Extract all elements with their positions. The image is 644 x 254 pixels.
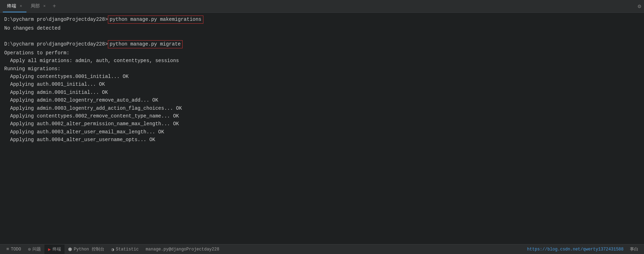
- status-terminal[interactable]: ▶ 终端: [44, 244, 65, 254]
- tab-add-button[interactable]: +: [50, 3, 59, 10]
- output-line: Applying auth.0001_initial... OK: [4, 80, 640, 88]
- tab-terminal[interactable]: 终端 ✕: [3, 0, 26, 12]
- tab-local[interactable]: 局部 ✕: [26, 0, 50, 12]
- output-line: Running migrations:: [4, 65, 640, 73]
- output-line: Operations to perform:: [4, 49, 640, 57]
- prompt-text: D:\pycharm pro\djangoProjectday228>: [4, 40, 108, 48]
- output-line: Applying auth.0003_alter_user_email_max_…: [4, 128, 640, 136]
- python-console-label: Python 控制台: [74, 246, 104, 252]
- output-line: Applying admin.0003_logentry_add_action_…: [4, 104, 640, 112]
- status-right-text: 事白: [627, 246, 641, 252]
- problems-label: 问题: [32, 246, 41, 252]
- status-python-console[interactable]: ⬢ Python 控制台: [65, 244, 108, 254]
- status-todo[interactable]: ≡ TODO: [3, 244, 25, 254]
- status-statistic[interactable]: ◑ Statistic: [108, 244, 142, 254]
- status-url[interactable]: https://blog.csdn.net/qwerty1372431588: [523, 247, 627, 252]
- command-text: python manage.py migrate: [108, 40, 183, 48]
- tab-terminal-close[interactable]: ✕: [20, 4, 22, 8]
- tab-local-close[interactable]: ✕: [43, 4, 46, 8]
- command-line: D:\pycharm pro\djangoProjectday228>pytho…: [4, 16, 640, 24]
- output-line: Applying contenttypes.0001_initial... OK: [4, 73, 640, 80]
- command-text: python manage.py makemigrations: [108, 16, 203, 24]
- statistic-icon: ◑: [111, 247, 114, 252]
- todo-label: TODO: [11, 247, 21, 252]
- output-line: Apply all migrations: admin, auth, conte…: [4, 57, 640, 65]
- output-line: No changes detected: [4, 24, 640, 32]
- terminal-output: D:\pycharm pro\djangoProjectday228>pytho…: [0, 13, 644, 244]
- statistic-label: Statistic: [116, 247, 139, 252]
- problems-icon: ⊙: [28, 247, 31, 252]
- tab-bar: 终端 ✕ 局部 ✕ + ⚙: [0, 0, 644, 13]
- todo-icon: ≡: [6, 247, 9, 252]
- terminal-icon: ▶: [48, 247, 51, 252]
- terminal-label: 终端: [53, 246, 61, 252]
- blank-line: [4, 32, 640, 40]
- status-problems[interactable]: ⊙ 问题: [25, 244, 45, 254]
- status-bar: ≡ TODO ⊙ 问题 ▶ 终端 ⬢ Python 控制台 ◑ Statisti…: [0, 244, 644, 254]
- output-line: Applying auth.0004_alter_user_username_o…: [4, 136, 640, 144]
- file-info-text: manage.py@djangoProjectday228: [146, 247, 219, 252]
- prompt-text: D:\pycharm pro\djangoProjectday228>: [4, 16, 108, 23]
- python-console-icon: ⬢: [68, 247, 72, 252]
- status-file-info: manage.py@djangoProjectday228: [142, 244, 223, 254]
- output-line: Applying contenttypes.0002_remove_conten…: [4, 112, 640, 120]
- settings-icon[interactable]: ⚙: [638, 3, 641, 10]
- output-line: Applying admin.0002_logentry_remove_auto…: [4, 96, 640, 104]
- tab-terminal-label: 终端: [7, 3, 16, 9]
- command-line: D:\pycharm pro\djangoProjectday228>pytho…: [4, 40, 640, 48]
- output-line: Applying admin.0001_initial... OK: [4, 89, 640, 96]
- output-line: Applying auth.0002_alter_permission_name…: [4, 120, 640, 128]
- tab-local-label: 局部: [31, 3, 40, 9]
